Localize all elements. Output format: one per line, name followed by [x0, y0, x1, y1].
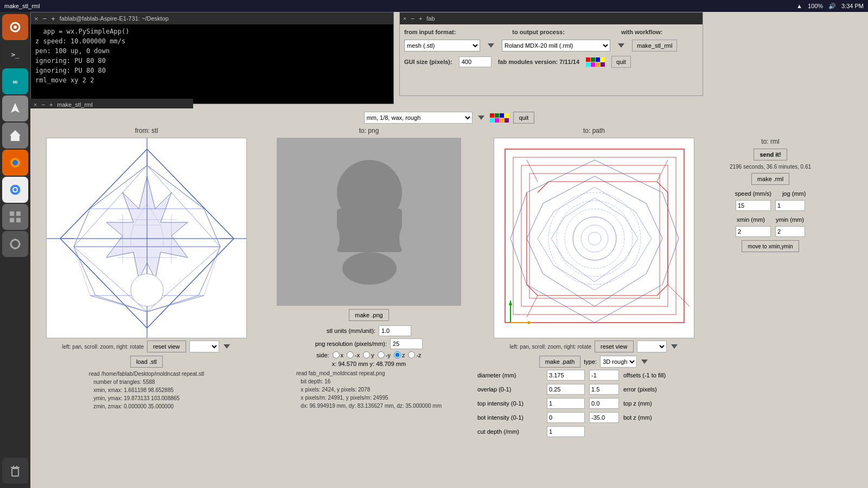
gui-size-label: GUI size (pixels): [404, 59, 452, 65]
svg-point-1 [14, 25, 17, 29]
speed-input[interactable] [736, 200, 771, 211]
terminal-window: × − + fablab@fablab-Aspire-E1-731: ~/Des… [30, 12, 394, 104]
bot-z-input[interactable] [589, 412, 619, 423]
fab-quit-btn[interactable]: quit [611, 56, 631, 68]
diameter-input[interactable] [547, 370, 585, 381]
top-z-input[interactable] [589, 398, 619, 409]
toolbar-color-grid [490, 113, 509, 123]
ymin-input[interactable] [775, 226, 805, 237]
side-neg-z[interactable]: -z [408, 351, 421, 358]
ymin-label: ymin (mm) [776, 216, 804, 223]
png-canvas[interactable] [277, 138, 461, 306]
sidebar-icon-arduino[interactable]: ∞ [2, 68, 28, 94]
make-stl-close-btn[interactable]: × [34, 101, 37, 108]
sidebar-icon-firefox[interactable] [2, 150, 28, 176]
fab-row-3: GUI size (pixels): fab modules version: … [404, 56, 698, 68]
png-res-input[interactable] [390, 338, 423, 349]
side-neg-y[interactable]: -y [378, 351, 391, 358]
diameter-offset-input[interactable] [589, 370, 619, 381]
stl-view-select[interactable] [189, 341, 219, 352]
path-reset-view-btn[interactable]: reset view [595, 341, 634, 352]
side-neg-x[interactable]: -x [347, 351, 360, 358]
make-path-btn[interactable]: make .path [539, 356, 580, 368]
svg-rect-60 [494, 138, 694, 338]
quit-btn[interactable]: quit [513, 112, 535, 124]
stl-svg [47, 138, 247, 338]
sidebar-icon-terminal[interactable]: >_ [2, 41, 28, 67]
svg-point-57 [342, 252, 397, 285]
jog-label: jog (mm) [782, 190, 806, 197]
sidebar-icon-settings2[interactable] [2, 231, 28, 257]
bot-intensity-label: bot intensity (0-1) [477, 414, 542, 421]
side-x[interactable]: x [333, 351, 344, 358]
speed-inputs [736, 200, 805, 211]
side-z[interactable]: z [394, 351, 405, 358]
make-png-btn[interactable]: make .png [349, 309, 388, 321]
mode-select[interactable]: mm, 1/8, wax, rough [364, 112, 473, 124]
bot-intensity-input[interactable] [547, 412, 585, 423]
system-bar-left: make_stl_rml [4, 3, 40, 9]
path-canvas[interactable] [494, 138, 694, 338]
make-rml-btn[interactable]: make .rml [751, 173, 789, 185]
to-rml-panel: to: rml send it! 2196 seconds, 36.6 minu… [711, 127, 830, 252]
png-panel-title: to: png [359, 127, 379, 134]
sidebar-icon-inkscape[interactable] [2, 95, 28, 121]
terminal-max-btn[interactable]: + [51, 15, 55, 22]
sidebar-icon-chromium[interactable] [2, 177, 28, 203]
stl-canvas[interactable] [46, 138, 247, 338]
cut-depth-input[interactable] [547, 426, 585, 437]
fab-row-1: from input format: to output process: wi… [404, 29, 698, 35]
fab-max-btn[interactable]: + [419, 15, 422, 22]
xmin-input[interactable] [736, 226, 771, 237]
path-hint: left: pan, scroll: zoom, right: rotate [509, 344, 591, 350]
workflow-btn[interactable]: make_stl_rml [632, 40, 677, 52]
svg-rect-10 [16, 218, 21, 222]
fab-close-btn[interactable]: × [403, 15, 406, 22]
sidebar-icon-trash[interactable] [2, 458, 28, 484]
path-svg [494, 138, 694, 338]
svg-point-59 [399, 220, 426, 258]
xmin-inputs [736, 226, 805, 237]
terminal-min-btn[interactable]: − [43, 15, 47, 22]
sidebar-icon-settings[interactable] [2, 14, 28, 40]
stl-units-input[interactable] [379, 325, 411, 336]
overlap-input[interactable] [547, 384, 585, 395]
fab-row-2: mesh (.stl) Roland MDX-20 mill (.rml) ma… [404, 40, 698, 52]
input-format-select[interactable]: mesh (.stl) [404, 40, 480, 52]
stl-reset-view-btn[interactable]: reset view [147, 341, 186, 352]
side-y[interactable]: y [363, 351, 374, 358]
output-process-select[interactable]: Roland MDX-20 mill (.rml) [502, 40, 610, 52]
move-to-xmin-btn[interactable]: move to xmin,ymin [742, 240, 799, 252]
rml-title: to: rml [761, 138, 779, 145]
svg-rect-12 [12, 468, 18, 476]
svg-point-3 [12, 160, 18, 165]
error-input[interactable] [589, 384, 619, 395]
terminal-content[interactable]: app = wx.PySimpleApp() z speed: 10.00000… [31, 24, 393, 104]
stl-units-row: stl units (mm/unit): [327, 324, 411, 337]
offsets-label: offsets (-1 to fill) [623, 372, 666, 378]
make-stl-max-btn[interactable]: + [49, 101, 53, 108]
png-info: read fab_mod_moldncast repeat.png bit de… [296, 368, 442, 411]
sidebar-icon-home[interactable] [2, 123, 28, 149]
gui-size-input[interactable] [459, 56, 492, 67]
overlap-label: overlap (0-1) [477, 386, 542, 393]
sidebar-icon-system-settings[interactable] [2, 204, 28, 230]
bot-z-label: bot z (mm) [623, 414, 652, 421]
rml-time-info: 2196 seconds, 36.6 minutes, 0.61 [730, 164, 811, 170]
send-it-btn[interactable]: send it! [754, 149, 787, 160]
make-stl-min-btn[interactable]: − [41, 101, 44, 108]
diameter-row: diameter (mm) offsets (-1 to fill) [477, 370, 666, 381]
load-stl-btn[interactable]: load .stl [130, 356, 163, 368]
path-view-select[interactable] [637, 341, 667, 352]
xmin-labels: xmin (mm) ymin (mm) [737, 214, 804, 223]
jog-input[interactable] [775, 200, 805, 211]
fab-min-btn[interactable]: − [411, 15, 414, 22]
path-dropdown-icon [670, 342, 679, 351]
svg-point-11 [11, 240, 20, 248]
terminal-close-btn[interactable]: × [34, 15, 39, 22]
top-intensity-input[interactable] [547, 398, 585, 409]
type-select[interactable]: 3D rough [600, 356, 637, 368]
svg-marker-84 [641, 359, 648, 364]
fab-content: from input format: to output process: wi… [400, 24, 703, 76]
stl-load-row: load .stl [130, 355, 163, 369]
